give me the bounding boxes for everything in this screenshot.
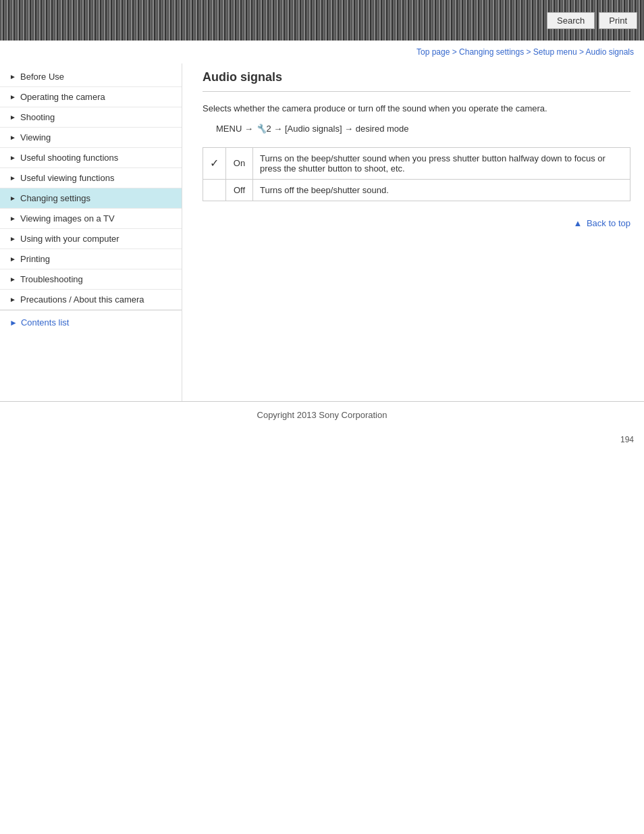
sidebar-label-useful-shooting: Useful shooting functions bbox=[20, 153, 118, 163]
table-row-on: ✓ On Turns on the beep/shutter sound whe… bbox=[203, 147, 630, 179]
print-button[interactable]: Print bbox=[599, 12, 637, 29]
sidebar-label-using-computer: Using with your computer bbox=[20, 234, 119, 244]
sidebar-item-shooting[interactable]: ► Shooting bbox=[0, 107, 182, 128]
arrow-icon: ► bbox=[9, 73, 16, 80]
description: Selects whether the camera produce or tu… bbox=[203, 102, 630, 115]
sidebar-item-precautions[interactable]: ► Precautions / About this camera bbox=[0, 290, 182, 310]
arrow-icon: ► bbox=[9, 154, 16, 161]
sidebar-item-viewing-tv[interactable]: ► Viewing images on a TV bbox=[0, 209, 182, 229]
table-row-off: Off Turns off the beep/shutter sound. bbox=[203, 179, 630, 201]
sidebar-item-before-use[interactable]: ► Before Use bbox=[0, 67, 182, 87]
breadcrumb-sep1: > bbox=[452, 47, 459, 57]
table-cell-mode-off: Off bbox=[226, 179, 253, 201]
arrow-icon: ► bbox=[9, 276, 16, 283]
page-title: Audio signals bbox=[203, 70, 630, 84]
checkmark-icon: ✓ bbox=[210, 157, 219, 169]
page-number: 194 bbox=[0, 428, 644, 451]
sidebar: ► Before Use ► Operating the camera ► Sh… bbox=[0, 63, 182, 401]
mode-on-label: On bbox=[234, 158, 245, 168]
breadcrumb-sep2: > bbox=[527, 47, 533, 57]
header: Search Print bbox=[0, 0, 644, 41]
table-cell-check-off bbox=[203, 179, 226, 201]
table-cell-check-on: ✓ bbox=[203, 147, 226, 179]
sidebar-item-useful-viewing[interactable]: ► Useful viewing functions bbox=[0, 168, 182, 188]
back-to-top-icon: ▲ bbox=[573, 218, 582, 228]
sidebar-label-changing: Changing settings bbox=[20, 193, 90, 203]
footer: Copyright 2013 Sony Corporation bbox=[0, 401, 644, 428]
breadcrumb-sep3: > bbox=[579, 47, 586, 57]
sidebar-item-viewing[interactable]: ► Viewing bbox=[0, 128, 182, 148]
sidebar-label-viewing-tv: Viewing images on a TV bbox=[20, 213, 115, 224]
sidebar-item-operating-camera[interactable]: ► Operating the camera bbox=[0, 87, 182, 107]
menu-text-2: 2 → [Audio signals] → desired mode bbox=[267, 124, 409, 134]
arrow-icon: ► bbox=[9, 215, 16, 222]
contents-list-link[interactable]: ► Contents list bbox=[0, 311, 182, 334]
breadcrumb-top[interactable]: Top page bbox=[417, 47, 450, 57]
sidebar-label-operating: Operating the camera bbox=[20, 92, 105, 102]
sidebar-label-precautions: Precautions / About this camera bbox=[20, 294, 144, 305]
arrow-icon: ► bbox=[9, 255, 16, 263]
header-buttons: Search Print bbox=[547, 12, 637, 29]
arrow-icon: ► bbox=[9, 296, 16, 303]
sidebar-item-using-computer[interactable]: ► Using with your computer bbox=[0, 229, 182, 249]
page-num-label: 194 bbox=[620, 435, 634, 444]
breadcrumb-changing[interactable]: Changing settings bbox=[459, 47, 524, 57]
sidebar-label-printing: Printing bbox=[20, 254, 50, 264]
table-cell-desc-off: Turns off the beep/shutter sound. bbox=[253, 179, 630, 201]
breadcrumb-setup[interactable]: Setup menu bbox=[533, 47, 577, 57]
breadcrumb: Top page > Changing settings > Setup men… bbox=[0, 41, 644, 63]
back-to-top: ▲ Back to top bbox=[203, 215, 630, 232]
wrench-icon: 🔧 bbox=[256, 124, 267, 134]
table-cell-mode-on: On bbox=[226, 147, 253, 179]
contents-list-label: Contents list bbox=[21, 317, 70, 328]
sidebar-label-before-use: Before Use bbox=[20, 72, 64, 82]
arrow-icon: ► bbox=[9, 194, 16, 202]
contents-list-arrow-icon: ► bbox=[9, 318, 18, 328]
back-to-top-link[interactable]: ▲ Back to top bbox=[573, 218, 630, 228]
settings-table: ✓ On Turns on the beep/shutter sound whe… bbox=[203, 147, 630, 201]
mode-off-label: Off bbox=[234, 185, 245, 195]
arrow-icon: ► bbox=[9, 134, 16, 141]
sidebar-label-viewing: Viewing bbox=[20, 132, 51, 142]
sidebar-label-troubleshooting: Troubleshooting bbox=[20, 274, 83, 284]
sidebar-label-useful-viewing: Useful viewing functions bbox=[20, 173, 114, 183]
breadcrumb-audio[interactable]: Audio signals bbox=[586, 47, 634, 57]
copyright: Copyright 2013 Sony Corporation bbox=[257, 410, 387, 420]
sidebar-item-useful-shooting[interactable]: ► Useful shooting functions bbox=[0, 148, 182, 168]
table-cell-desc-on: Turns on the beep/shutter sound when you… bbox=[253, 147, 630, 179]
back-to-top-label: Back to top bbox=[587, 218, 630, 228]
menu-text: MENU → bbox=[216, 124, 256, 134]
content-area: Audio signals Selects whether the camera… bbox=[182, 63, 644, 401]
arrow-icon: ► bbox=[9, 174, 16, 182]
content-divider bbox=[203, 91, 630, 92]
arrow-icon: ► bbox=[9, 113, 16, 121]
sidebar-item-changing-settings[interactable]: ► Changing settings bbox=[0, 188, 182, 209]
sidebar-item-printing[interactable]: ► Printing bbox=[0, 249, 182, 269]
sidebar-item-troubleshooting[interactable]: ► Troubleshooting bbox=[0, 269, 182, 290]
sidebar-label-shooting: Shooting bbox=[20, 112, 55, 122]
main-layout: ► Before Use ► Operating the camera ► Sh… bbox=[0, 63, 644, 401]
search-button[interactable]: Search bbox=[547, 12, 595, 29]
arrow-icon: ► bbox=[9, 93, 16, 101]
menu-instruction: MENU → 🔧2 → [Audio signals] → desired mo… bbox=[216, 124, 630, 134]
arrow-icon: ► bbox=[9, 235, 16, 242]
